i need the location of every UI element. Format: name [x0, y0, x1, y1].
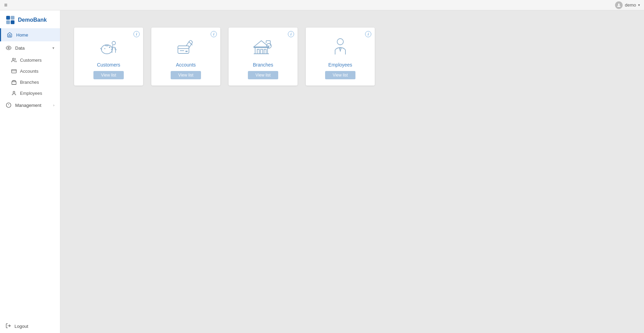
- card-employees-btn[interactable]: View list: [325, 71, 355, 79]
- logout-icon: [6, 323, 11, 330]
- info-icon-accounts[interactable]: i: [211, 31, 217, 37]
- svg-rect-34: [261, 49, 263, 54]
- svg-rect-35: [264, 49, 266, 54]
- svg-point-6: [12, 58, 14, 60]
- card-customers-btn[interactable]: View list: [93, 71, 124, 79]
- card-accounts-btn[interactable]: View list: [171, 71, 201, 79]
- user-name: demo: [625, 2, 636, 8]
- sidebar-item-management-label: Management: [15, 103, 50, 108]
- svg-point-19: [109, 47, 110, 48]
- card-employees: i Employees View list: [306, 28, 375, 85]
- sidebar-logo: DemoBank: [0, 10, 60, 28]
- card-accounts-title: Accounts: [176, 62, 196, 68]
- sidebar-item-management[interactable]: Management ›: [0, 99, 60, 112]
- branches-icon: [11, 79, 17, 85]
- sidebar-item-employees-label: Employees: [20, 91, 42, 96]
- card-branches-btn[interactable]: View list: [248, 71, 278, 79]
- svg-text:$: $: [268, 45, 270, 48]
- chevron-down-icon: ▾: [638, 3, 640, 7]
- card-employees-title: Employees: [328, 62, 352, 68]
- sidebar-item-accounts[interactable]: Accounts: [0, 65, 60, 77]
- svg-point-13: [13, 91, 15, 93]
- card-branches: i: [229, 28, 298, 85]
- svg-point-41: [337, 39, 343, 45]
- sidebar-item-employees[interactable]: Employees: [0, 88, 60, 99]
- customers-card-icon: [95, 34, 122, 59]
- chevron-right-icon: ›: [53, 103, 54, 107]
- sidebar: DemoBank Home Data ▾: [0, 10, 60, 333]
- svg-rect-33: [257, 49, 259, 54]
- svg-point-22: [112, 41, 115, 45]
- svg-point-5: [8, 47, 9, 49]
- card-customers-title: Customers: [97, 62, 120, 68]
- sidebar-item-data[interactable]: Data ▾: [0, 41, 60, 54]
- sidebar-item-branches-label: Branches: [20, 80, 39, 85]
- chevron-down-icon: ▾: [52, 46, 54, 50]
- svg-rect-10: [12, 82, 16, 84]
- main-content: i: [60, 10, 644, 333]
- sidebar-item-customers[interactable]: Customers: [0, 54, 60, 65]
- hamburger-menu[interactable]: ≡: [4, 2, 7, 8]
- sidebar-item-branches[interactable]: Branches: [0, 77, 60, 88]
- sidebar-item-accounts-label: Accounts: [20, 69, 38, 74]
- main-layout: DemoBank Home Data ▾: [0, 10, 644, 333]
- employees-icon: [11, 90, 17, 96]
- home-icon: [7, 32, 13, 38]
- svg-point-0: [618, 3, 620, 5]
- svg-rect-3: [6, 20, 10, 24]
- sidebar-item-home-label: Home: [16, 32, 54, 38]
- sidebar-item-customers-label: Customers: [20, 58, 42, 63]
- card-accounts: i Account: [151, 28, 220, 85]
- sidebar-item-home[interactable]: Home: [0, 28, 60, 41]
- card-branches-title: Branches: [253, 62, 273, 68]
- topbar: ≡ demo ▾: [0, 0, 644, 10]
- sidebar-item-logout[interactable]: Logout: [0, 320, 60, 333]
- info-icon-employees[interactable]: i: [365, 31, 371, 37]
- user-menu[interactable]: demo ▾: [615, 1, 640, 9]
- avatar: [615, 1, 623, 9]
- svg-rect-2: [11, 16, 14, 20]
- sidebar-nav: Home Data ▾ Customers: [0, 28, 60, 320]
- svg-rect-7: [11, 69, 16, 73]
- cards-grid: i: [74, 28, 630, 85]
- svg-rect-4: [11, 20, 14, 24]
- branches-card-icon: $: [249, 34, 277, 59]
- info-icon-branches[interactable]: i: [288, 31, 294, 37]
- svg-rect-1: [6, 16, 10, 20]
- svg-rect-21: [105, 45, 108, 46]
- logo-icon: [6, 15, 15, 25]
- accounts-icon: [11, 68, 17, 74]
- card-customers: i: [74, 28, 143, 85]
- employees-card-icon: [326, 34, 354, 59]
- customers-icon: [11, 57, 17, 63]
- sidebar-item-logout-label: Logout: [14, 324, 28, 329]
- eye-icon: [6, 45, 12, 51]
- sidebar-item-data-label: Data: [15, 46, 49, 51]
- accounts-card-icon: [172, 34, 200, 59]
- svg-rect-23: [178, 46, 189, 53]
- management-icon: [6, 102, 12, 108]
- info-icon-customers[interactable]: i: [133, 31, 140, 37]
- svg-point-20: [104, 48, 105, 49]
- logo-text: DemoBank: [18, 17, 47, 23]
